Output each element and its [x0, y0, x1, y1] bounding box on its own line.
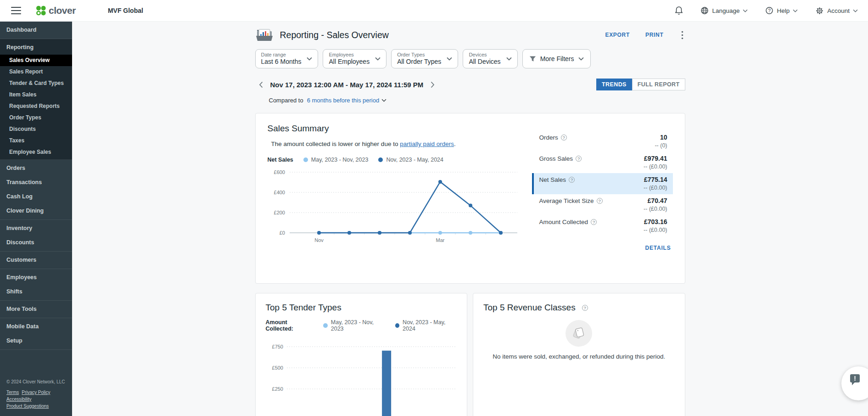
sidebar-item-orders[interactable]: Orders: [0, 161, 72, 175]
metric-row-amount-collected[interactable]: Amount Collected?£703.16-- (£0.00): [532, 215, 673, 236]
sidebar-item-shifts[interactable]: Shifts: [0, 285, 72, 299]
sidebar-item-sales-report[interactable]: Sales Report: [0, 66, 72, 78]
net-sales-legend: Net Sales May, 2023 - Nov, 2023Nov, 2023…: [268, 157, 525, 163]
svg-text:Nov: Nov: [314, 237, 324, 243]
chevron-down-icon: [506, 57, 512, 61]
metric-value: £775.14: [644, 176, 667, 183]
more-filters-button[interactable]: More Filters: [522, 49, 591, 68]
svg-text:£600: £600: [274, 169, 285, 175]
help-tooltip-icon[interactable]: ?: [582, 305, 588, 311]
metric-row-net-sales[interactable]: Net Sales?£775.14-- (£0.00): [532, 173, 673, 194]
filter-dropdown-order-types[interactable]: Order TypesAll Order Types: [391, 49, 458, 68]
footer-link-privacy-policy[interactable]: Privacy Policy: [22, 389, 50, 396]
sidebar-item-item-sales[interactable]: Item Sales: [0, 89, 72, 101]
sidebar-item-dashboard[interactable]: Dashboard: [0, 23, 72, 37]
account-menu[interactable]: Account: [815, 6, 858, 15]
metric-row-average-ticket-size[interactable]: Average Ticket Size?£70.47-- (£0.00): [532, 194, 673, 215]
compared-to-selector[interactable]: 6 months before this period: [307, 97, 387, 104]
language-label: Language: [712, 7, 739, 14]
sidebar-item-requested-reports[interactable]: Requested Reports: [0, 101, 72, 112]
sidebar-item-taxes[interactable]: Taxes: [0, 135, 72, 146]
partially-paid-orders-link[interactable]: partially paid orders: [400, 141, 454, 147]
trends-tab[interactable]: TRENDS: [596, 79, 632, 90]
tender-types-legend: Amount Collected: May, 2023 - Nov, 2023N…: [266, 319, 457, 332]
chevron-down-icon: [578, 57, 584, 61]
language-menu[interactable]: Language: [700, 6, 748, 15]
sidebar-item-clover-dining[interactable]: Clover Dining: [0, 204, 72, 218]
sidebar-item-order-types[interactable]: Order Types: [0, 112, 72, 124]
chevron-down-icon: [793, 9, 798, 12]
next-period-button[interactable]: [430, 80, 436, 89]
export-button[interactable]: EXPORT: [605, 32, 630, 38]
legend-item-nov-2023-may-2024: Nov, 2023 - May, 2024: [378, 157, 443, 163]
sidebar-item-customers[interactable]: Customers: [0, 253, 72, 267]
account-label: Account: [827, 7, 850, 14]
svg-text:£400: £400: [274, 190, 285, 195]
sidebar-item-reporting[interactable]: Reporting: [0, 40, 72, 55]
filters-row: Date rangeLast 6 MonthsEmployeesAll Empl…: [255, 49, 685, 68]
sidebar-item-setup[interactable]: Setup: [0, 334, 72, 348]
help-tooltip-icon[interactable]: ?: [576, 156, 582, 162]
net-sales-line-chart: £0£200£400£600NovMar: [268, 166, 525, 250]
help-tooltip-icon[interactable]: ?: [561, 135, 567, 141]
sidebar-item-employees[interactable]: Employees: [0, 270, 72, 285]
more-filters-label: More Filters: [540, 55, 574, 62]
sidebar-item-employee-sales[interactable]: Employee Sales: [0, 146, 72, 158]
hamburger-menu-icon[interactable]: [11, 7, 21, 14]
help-menu[interactable]: ? Help: [765, 6, 798, 15]
filter-dropdown-employees[interactable]: EmployeesAll Employees: [323, 49, 386, 68]
metric-label: Amount Collected?: [539, 219, 597, 225]
help-tooltip-icon[interactable]: ?: [597, 198, 603, 204]
sidebar-item-transactions[interactable]: Transactions: [0, 175, 72, 190]
footer-link-accessibility[interactable]: Accessibility: [6, 396, 31, 403]
sidebar-item-tender-card-types[interactable]: Tender & Card Types: [0, 78, 72, 89]
sidebar-footer: © 2024 Clover Network, LLC TermsPrivacy …: [0, 374, 72, 416]
chevron-down-icon: [447, 57, 452, 61]
sidebar-item-cash-log[interactable]: Cash Log: [0, 190, 72, 204]
funnel-icon: [529, 56, 536, 62]
report-folder-icon: [255, 28, 274, 42]
full-report-tab[interactable]: FULL REPORT: [632, 79, 685, 90]
sidebar-item-discounts[interactable]: Discounts: [0, 236, 72, 250]
help-question-icon: ?: [765, 6, 773, 15]
notifications-button[interactable]: [675, 6, 683, 15]
details-button[interactable]: DETAILS: [532, 245, 673, 251]
chevron-down-icon: [307, 57, 312, 61]
sales-summary-card: Sales Summary The amount collected is lo…: [255, 113, 685, 284]
kebab-menu-icon[interactable]: [679, 31, 685, 39]
footer-link-product-suggestions[interactable]: Product Suggestions: [6, 403, 49, 410]
sidebar-item-mobile-data[interactable]: Mobile Data: [0, 320, 72, 334]
top-revenue-classes-card: Top 5 Revenue Classes ? No items were so…: [473, 293, 685, 416]
globe-icon: [700, 6, 709, 15]
help-tooltip-icon[interactable]: ?: [569, 177, 575, 183]
date-range-navigator: Nov 17, 2023 12:00 AM - May 17, 2024 11:…: [258, 80, 436, 89]
legend-dot: [303, 157, 308, 162]
chevron-down-icon: [743, 9, 748, 12]
sales-metrics-panel: Orders?10-- (0)Gross Sales?£979.41-- (£0…: [532, 124, 673, 273]
sidebar-item-sales-overview[interactable]: Sales Overview: [0, 55, 72, 66]
previous-period-button[interactable]: [258, 80, 264, 89]
revenue-classes-empty-state: No items were sold, exchanged, or refund…: [483, 320, 675, 360]
page-title: Reporting - Sales Overview: [280, 30, 389, 40]
clover-leaf-icon: [35, 5, 47, 17]
clover-logo[interactable]: clover: [35, 5, 76, 17]
metric-row-gross-sales[interactable]: Gross Sales?£979.41-- (£0.00): [532, 152, 673, 173]
sidebar-nav: DashboardReportingSales OverviewSales Re…: [0, 22, 72, 416]
sidebar-item-more-tools[interactable]: More Tools: [0, 302, 72, 316]
help-tooltip-icon[interactable]: ?: [591, 219, 597, 225]
view-toggle: TRENDS FULL REPORT: [596, 79, 685, 90]
metric-label: Gross Sales?: [539, 155, 582, 162]
feedback-bubble-icon: !: [848, 373, 861, 386]
metric-value: 10: [660, 134, 667, 141]
filter-dropdown-date-range[interactable]: Date rangeLast 6 Months: [255, 49, 319, 68]
sidebar-item-inventory[interactable]: Inventory: [0, 221, 72, 236]
footer-link-terms[interactable]: Terms: [6, 389, 19, 396]
filter-value: All Order Types: [397, 58, 441, 65]
filter-dropdown-devices[interactable]: DevicesAll Devices: [463, 49, 517, 68]
print-button[interactable]: PRINT: [645, 32, 664, 38]
metric-delta: -- (£0.00): [539, 206, 667, 212]
sidebar-item-discounts[interactable]: Discounts: [0, 124, 72, 135]
metric-value: £70.47: [648, 197, 667, 204]
metric-row-orders[interactable]: Orders?10-- (0): [532, 131, 673, 152]
compared-to-label: Compared to: [269, 97, 303, 104]
